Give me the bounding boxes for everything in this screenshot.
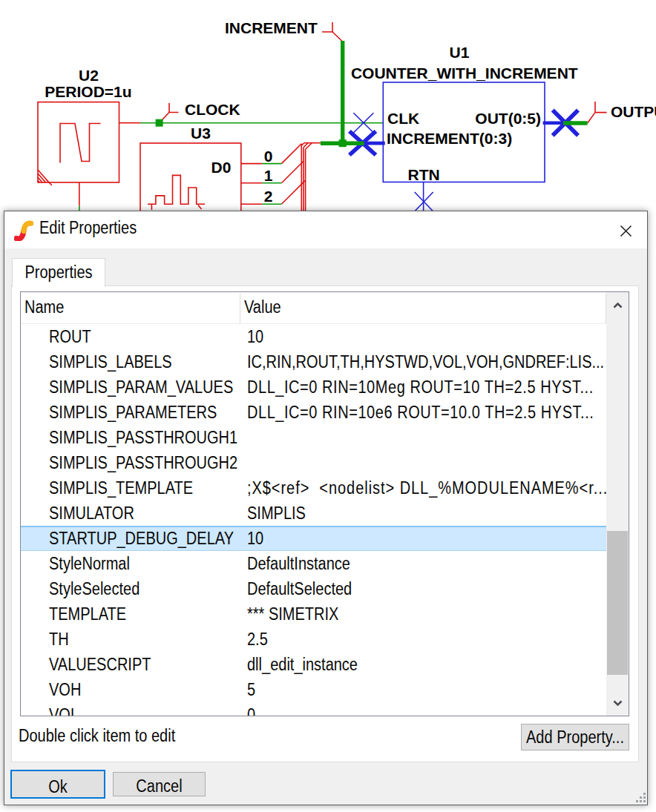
svg-text:0: 0 (264, 148, 273, 165)
svg-text:U3: U3 (191, 125, 211, 142)
svg-text:PERIOD=1u: PERIOD=1u (45, 83, 131, 100)
svg-text:D0: D0 (211, 159, 232, 176)
svg-text:INCREMENT(0:3): INCREMENT(0:3) (387, 130, 512, 147)
svg-text:OUTPUT: OUTPUT (611, 103, 656, 120)
svg-text:U1: U1 (450, 44, 470, 61)
svg-text:CLOCK: CLOCK (185, 101, 240, 118)
svg-text:INCREMENT: INCREMENT (225, 19, 318, 36)
svg-text:CLK: CLK (387, 110, 419, 127)
svg-text:RTN: RTN (408, 166, 440, 183)
svg-text:U2: U2 (79, 67, 99, 84)
svg-text:COUNTER_WITH_INCREMENT: COUNTER_WITH_INCREMENT (351, 65, 578, 82)
svg-text:1: 1 (264, 167, 273, 184)
svg-text:OUT(0:5): OUT(0:5) (475, 110, 541, 127)
svg-text:2: 2 (264, 188, 273, 205)
